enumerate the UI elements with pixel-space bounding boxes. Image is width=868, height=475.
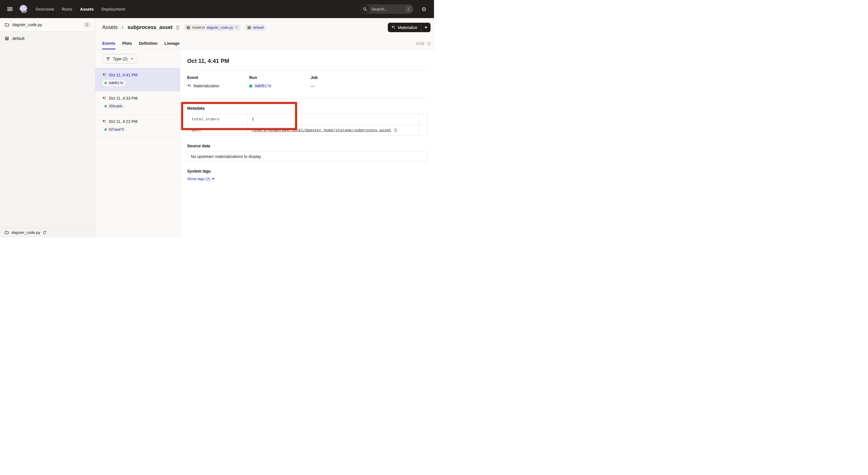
event-list-item[interactable]: Oct 11, 4:41 PM 9dbf617e (95, 68, 180, 91)
event-summary-grid: Event Materialization Run (187, 75, 427, 88)
refresh-countdown: 0:05 (416, 41, 424, 46)
tab-definition[interactable]: Definition (139, 41, 158, 50)
table-row: path /Users/yuhan/dev/local/dagster_home… (187, 125, 427, 136)
type-filter-button[interactable]: Type (2) (102, 54, 138, 63)
dagster-logo-icon[interactable] (19, 4, 29, 14)
asset-group-badge: default (245, 24, 266, 31)
run-id-text: 359cdbfc (109, 104, 123, 108)
asset-tabs: Events Plots Definition Lineage (102, 41, 180, 50)
source-data-heading: Source data (187, 144, 427, 148)
run-id-badge[interactable]: 637aed75 (102, 126, 127, 133)
refresh-icon[interactable] (427, 42, 431, 46)
materialize-split-button: Materialize (388, 23, 431, 32)
reload-definition-icon[interactable] (235, 26, 239, 29)
code-location-link[interactable]: dagster_code.py (207, 26, 233, 30)
path-link[interactable]: /Users/yuhan/dev/local/dagster_home/stor… (252, 128, 391, 132)
navbar-right: / ⚙ (360, 4, 427, 14)
run-id-text: 9dbf617e (109, 81, 123, 85)
event-list-item[interactable]: Oct 11, 4:33 PM 359cdbfc (95, 91, 180, 115)
code-location-label: dagster_code.py (11, 230, 40, 235)
metadata-endcap-cell (419, 125, 427, 136)
event-filter-bar: Type (2) (95, 50, 180, 68)
nav-item-overview[interactable]: Overview (36, 7, 54, 11)
divider (187, 98, 427, 98)
main-panel: Assets subprocess_asset Asset in dagster… (95, 18, 434, 237)
materialization-sparkle-icon (102, 119, 106, 123)
copy-path-icon[interactable] (394, 128, 398, 132)
metadata-value: 2 (247, 114, 419, 125)
event-detail-panel: Oct 11, 4:41 PM Event Materialization (180, 50, 434, 237)
filter-funnel-icon (106, 57, 110, 61)
settings-gear-icon[interactable]: ⚙ (422, 6, 427, 12)
sidebar-footer-code-location[interactable]: dagster_code.py (0, 227, 95, 237)
asset-group-icon (5, 36, 9, 41)
event-timestamp-link[interactable]: Oct 11, 4:33 PM (109, 96, 137, 100)
search-icon (360, 4, 370, 14)
run-success-dot (104, 105, 107, 108)
materialization-sparkle-icon (187, 84, 191, 88)
metadata-key: total_orders (187, 114, 247, 125)
top-navbar: Overview Runs Assets Deployment / ⚙ (0, 0, 434, 18)
metadata-table: total_orders 2 path /Users/yuhan/dev/loc… (187, 114, 427, 136)
event-timestamp-link[interactable]: Oct 11, 4:22 PM (109, 119, 137, 124)
run-success-dot (104, 82, 107, 84)
nav-item-deployment[interactable]: Deployment (101, 7, 125, 11)
show-tags-label: Show tags (2) (187, 177, 210, 181)
event-type-value: Materialization (193, 83, 219, 88)
nav-item-runs[interactable]: Runs (62, 7, 72, 11)
sparkle-icon (391, 25, 396, 30)
dagster-app: Overview Runs Assets Deployment / ⚙ (0, 0, 434, 237)
source-data-empty-message: No upstream materializations to display. (191, 154, 262, 159)
primary-nav: Overview Runs Assets Deployment (36, 7, 125, 11)
type-filter-label: Type (2) (113, 57, 127, 61)
run-id-badge[interactable]: 9dbf617e (102, 80, 126, 86)
source-data-empty-state: No upstream materializations to display. (187, 152, 427, 161)
run-id-link[interactable]: 9dbf617e (255, 83, 271, 88)
menu-icon[interactable] (7, 7, 12, 11)
event-detail-title: Oct 11, 4:41 PM (187, 57, 427, 65)
metadata-heading: Metadata (187, 106, 427, 111)
asset-count-badge: 1 (83, 22, 90, 28)
asset-tabs-row: Events Plots Definition Lineage 0:05 (95, 41, 434, 50)
sidebar-item-default-group[interactable]: default (0, 32, 95, 45)
tab-events[interactable]: Events (102, 41, 115, 50)
asset-name-title: subprocess_asset (127, 24, 173, 30)
materialization-sparkle-icon (102, 96, 106, 100)
metadata-endcap-cell (419, 114, 427, 125)
chevron-right-icon (121, 26, 125, 30)
event-timestamp-link[interactable]: Oct 11, 4:41 PM (109, 73, 137, 77)
run-success-dot (249, 84, 252, 88)
summary-job-col: Job — (311, 75, 427, 88)
tab-lineage[interactable]: Lineage (164, 41, 180, 50)
refresh-status: 0:05 (416, 41, 431, 50)
show-tags-toggle[interactable]: Show tags (2) (187, 177, 214, 181)
folder-icon (5, 22, 9, 27)
breadcrumb-assets-link[interactable]: Assets (102, 24, 118, 30)
metadata-key: path (187, 125, 247, 136)
job-value: — (311, 83, 315, 88)
chevron-down-icon (130, 57, 134, 61)
copy-asset-name-icon[interactable] (175, 25, 180, 30)
table-row: total_orders 2 (187, 114, 427, 125)
nav-item-assets[interactable]: Assets (80, 7, 94, 11)
sidebar-item-label: dagster_code.py (12, 22, 42, 27)
run-success-dot (104, 128, 107, 131)
event-label: Event (187, 75, 249, 80)
group-link[interactable]: default (253, 26, 264, 30)
asset-page-header: Assets subprocess_asset Asset in dagster… (95, 18, 434, 50)
sidebar-item-dagster-code[interactable]: dagster_code.py 1 (0, 18, 95, 32)
materialization-sparkle-icon (102, 73, 106, 77)
materialize-dropdown-caret[interactable] (422, 27, 431, 28)
materialize-button[interactable]: Materialize (388, 25, 421, 30)
search-input[interactable] (370, 7, 406, 11)
asset-definition-badge: Asset in dagster_code.py (184, 24, 241, 31)
job-label: Job (311, 75, 427, 80)
search-shortcut-key: / (406, 6, 412, 12)
asset-catalog-sidebar: dagster_code.py 1 default dagster_code.p… (0, 18, 95, 237)
summary-event-col: Event Materialization (187, 75, 249, 88)
event-list-item[interactable]: Oct 11, 4:22 PM 637aed75 (95, 115, 180, 138)
run-id-text: 637aed75 (109, 127, 124, 131)
reload-code-location-icon[interactable] (43, 231, 47, 235)
tab-plots[interactable]: Plots (122, 41, 132, 50)
run-id-badge[interactable]: 359cdbfc (102, 103, 126, 110)
